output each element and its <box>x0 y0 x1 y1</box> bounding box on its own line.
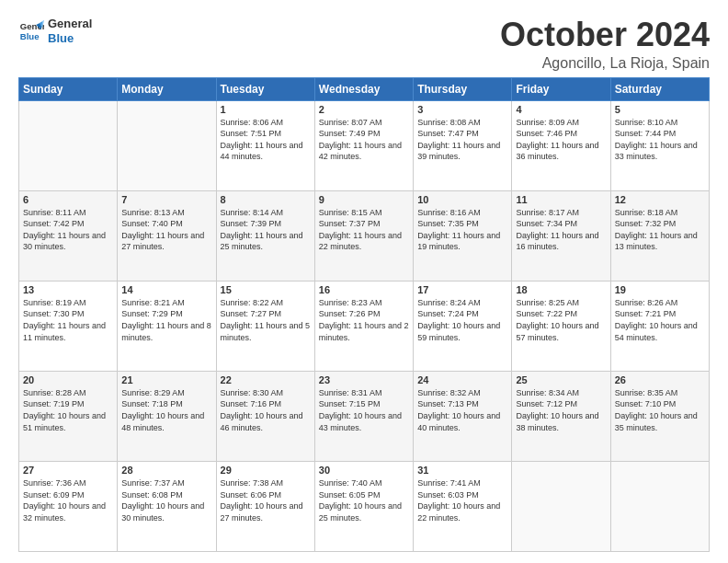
day-info: Sunrise: 8:09 AMSunset: 7:46 PMDaylight:… <box>516 117 606 163</box>
calendar-cell-w3-d7: 19Sunrise: 8:26 AMSunset: 7:21 PMDayligh… <box>610 281 709 371</box>
col-thursday: Thursday <box>414 77 512 100</box>
day-info: Sunrise: 8:29 AMSunset: 7:18 PMDaylight:… <box>121 387 211 433</box>
calendar-cell-w1-d4: 2Sunrise: 8:07 AMSunset: 7:49 PMDaylight… <box>314 100 413 190</box>
calendar-cell-w2-d4: 9Sunrise: 8:15 AMSunset: 7:37 PMDaylight… <box>314 190 413 281</box>
calendar-cell-w3-d3: 15Sunrise: 8:22 AMSunset: 7:27 PMDayligh… <box>216 281 314 371</box>
calendar-cell-w4-d2: 21Sunrise: 8:29 AMSunset: 7:18 PMDayligh… <box>118 371 216 461</box>
day-number: 15 <box>221 284 311 295</box>
svg-text:Blue: Blue <box>20 30 40 40</box>
calendar-cell-w3-d1: 13Sunrise: 8:19 AMSunset: 7:30 PMDayligh… <box>19 281 118 371</box>
title-block: October 2024 Agoncillo, La Rioja, Spain <box>500 17 710 72</box>
day-number: 24 <box>417 374 507 385</box>
day-number: 20 <box>23 374 113 385</box>
day-info: Sunrise: 7:41 AMSunset: 6:03 PMDaylight:… <box>417 477 507 523</box>
day-number: 4 <box>516 104 606 115</box>
day-number: 31 <box>417 465 507 476</box>
day-number: 26 <box>615 374 705 385</box>
day-info: Sunrise: 8:08 AMSunset: 7:47 PMDaylight:… <box>417 117 507 163</box>
day-number: 25 <box>516 374 606 385</box>
calendar-cell-w5-d5: 31Sunrise: 7:41 AMSunset: 6:03 PMDayligh… <box>414 461 512 551</box>
day-info: Sunrise: 8:11 AMSunset: 7:42 PMDaylight:… <box>23 207 113 253</box>
day-info: Sunrise: 8:26 AMSunset: 7:21 PMDaylight:… <box>615 297 705 343</box>
day-number: 16 <box>319 284 409 295</box>
day-number: 17 <box>417 284 507 295</box>
day-number: 3 <box>417 104 507 115</box>
calendar-week-3: 13Sunrise: 8:19 AMSunset: 7:30 PMDayligh… <box>19 281 710 371</box>
calendar-cell-w5-d3: 29Sunrise: 7:38 AMSunset: 6:06 PMDayligh… <box>216 461 314 551</box>
day-info: Sunrise: 8:13 AMSunset: 7:40 PMDaylight:… <box>121 207 211 253</box>
calendar-cell-w1-d3: 1Sunrise: 8:06 AMSunset: 7:51 PMDaylight… <box>216 100 314 190</box>
day-info: Sunrise: 8:25 AMSunset: 7:22 PMDaylight:… <box>516 297 606 343</box>
logo-text-general: General <box>48 17 92 31</box>
day-number: 29 <box>221 465 311 476</box>
day-info: Sunrise: 7:38 AMSunset: 6:06 PMDaylight:… <box>221 477 311 523</box>
day-info: Sunrise: 8:06 AMSunset: 7:51 PMDaylight:… <box>221 117 311 163</box>
calendar-header-row: Sunday Monday Tuesday Wednesday Thursday… <box>19 77 710 100</box>
calendar-cell-w3-d5: 17Sunrise: 8:24 AMSunset: 7:24 PMDayligh… <box>414 281 512 371</box>
calendar-week-5: 27Sunrise: 7:36 AMSunset: 6:09 PMDayligh… <box>19 461 710 551</box>
day-number: 7 <box>121 194 211 205</box>
calendar-cell-w1-d2 <box>118 100 216 190</box>
day-info: Sunrise: 8:10 AMSunset: 7:44 PMDaylight:… <box>615 117 705 163</box>
day-number: 19 <box>615 284 705 295</box>
calendar-cell-w4-d7: 26Sunrise: 8:35 AMSunset: 7:10 PMDayligh… <box>610 371 709 461</box>
day-info: Sunrise: 8:22 AMSunset: 7:27 PMDaylight:… <box>221 297 311 343</box>
day-info: Sunrise: 8:35 AMSunset: 7:10 PMDaylight:… <box>615 387 705 433</box>
day-info: Sunrise: 8:31 AMSunset: 7:15 PMDaylight:… <box>319 387 409 433</box>
logo-text-blue: Blue <box>48 31 92 46</box>
day-info: Sunrise: 8:19 AMSunset: 7:30 PMDaylight:… <box>23 297 113 343</box>
calendar-cell-w4-d3: 22Sunrise: 8:30 AMSunset: 7:16 PMDayligh… <box>216 371 314 461</box>
day-info: Sunrise: 8:34 AMSunset: 7:12 PMDaylight:… <box>516 387 606 433</box>
day-info: Sunrise: 8:17 AMSunset: 7:34 PMDaylight:… <box>516 207 606 253</box>
day-number: 11 <box>516 194 606 205</box>
month-title: October 2024 <box>500 17 710 53</box>
day-info: Sunrise: 8:28 AMSunset: 7:19 PMDaylight:… <box>23 387 113 433</box>
calendar-cell-w4-d5: 24Sunrise: 8:32 AMSunset: 7:13 PMDayligh… <box>414 371 512 461</box>
calendar-cell-w5-d6 <box>512 461 610 551</box>
calendar-cell-w4-d6: 25Sunrise: 8:34 AMSunset: 7:12 PMDayligh… <box>512 371 610 461</box>
calendar-cell-w4-d1: 20Sunrise: 8:28 AMSunset: 7:19 PMDayligh… <box>19 371 118 461</box>
calendar-cell-w5-d4: 30Sunrise: 7:40 AMSunset: 6:05 PMDayligh… <box>314 461 413 551</box>
day-number: 18 <box>516 284 606 295</box>
day-number: 23 <box>319 374 409 385</box>
col-saturday: Saturday <box>610 77 709 100</box>
col-sunday: Sunday <box>19 77 118 100</box>
day-info: Sunrise: 8:15 AMSunset: 7:37 PMDaylight:… <box>319 207 409 253</box>
day-info: Sunrise: 8:24 AMSunset: 7:24 PMDaylight:… <box>417 297 507 343</box>
day-number: 5 <box>615 104 705 115</box>
day-number: 30 <box>319 465 409 476</box>
calendar-cell-w1-d7: 5Sunrise: 8:10 AMSunset: 7:44 PMDaylight… <box>610 100 709 190</box>
calendar-cell-w5-d7 <box>610 461 709 551</box>
logo-icon: General Blue <box>18 18 44 44</box>
day-number: 8 <box>221 194 311 205</box>
day-info: Sunrise: 8:18 AMSunset: 7:32 PMDaylight:… <box>615 207 705 253</box>
day-number: 10 <box>417 194 507 205</box>
calendar-week-1: 1Sunrise: 8:06 AMSunset: 7:51 PMDaylight… <box>19 100 710 190</box>
calendar-cell-w2-d7: 12Sunrise: 8:18 AMSunset: 7:32 PMDayligh… <box>610 190 709 281</box>
day-info: Sunrise: 7:36 AMSunset: 6:09 PMDaylight:… <box>23 477 113 523</box>
col-tuesday: Tuesday <box>216 77 314 100</box>
calendar-cell-w4-d4: 23Sunrise: 8:31 AMSunset: 7:15 PMDayligh… <box>314 371 413 461</box>
day-number: 6 <box>23 194 113 205</box>
page-header: General Blue General Blue October 2024 A… <box>18 17 710 72</box>
day-number: 14 <box>121 284 211 295</box>
location-subtitle: Agoncillo, La Rioja, Spain <box>500 55 710 72</box>
calendar-cell-w3-d2: 14Sunrise: 8:21 AMSunset: 7:29 PMDayligh… <box>118 281 216 371</box>
day-info: Sunrise: 8:16 AMSunset: 7:35 PMDaylight:… <box>417 207 507 253</box>
day-number: 1 <box>221 104 311 115</box>
calendar-week-4: 20Sunrise: 8:28 AMSunset: 7:19 PMDayligh… <box>19 371 710 461</box>
day-info: Sunrise: 8:14 AMSunset: 7:39 PMDaylight:… <box>221 207 311 253</box>
day-number: 2 <box>319 104 409 115</box>
day-number: 9 <box>319 194 409 205</box>
calendar-cell-w2-d2: 7Sunrise: 8:13 AMSunset: 7:40 PMDaylight… <box>118 190 216 281</box>
day-info: Sunrise: 7:40 AMSunset: 6:05 PMDaylight:… <box>319 477 409 523</box>
calendar-cell-w1-d6: 4Sunrise: 8:09 AMSunset: 7:46 PMDaylight… <box>512 100 610 190</box>
day-number: 28 <box>121 465 211 476</box>
day-info: Sunrise: 8:07 AMSunset: 7:49 PMDaylight:… <box>319 117 409 163</box>
day-number: 27 <box>23 465 113 476</box>
col-friday: Friday <box>512 77 610 100</box>
calendar-cell-w1-d1 <box>19 100 118 190</box>
calendar-cell-w2-d5: 10Sunrise: 8:16 AMSunset: 7:35 PMDayligh… <box>414 190 512 281</box>
logo: General Blue General Blue <box>18 17 92 45</box>
calendar-cell-w3-d6: 18Sunrise: 8:25 AMSunset: 7:22 PMDayligh… <box>512 281 610 371</box>
